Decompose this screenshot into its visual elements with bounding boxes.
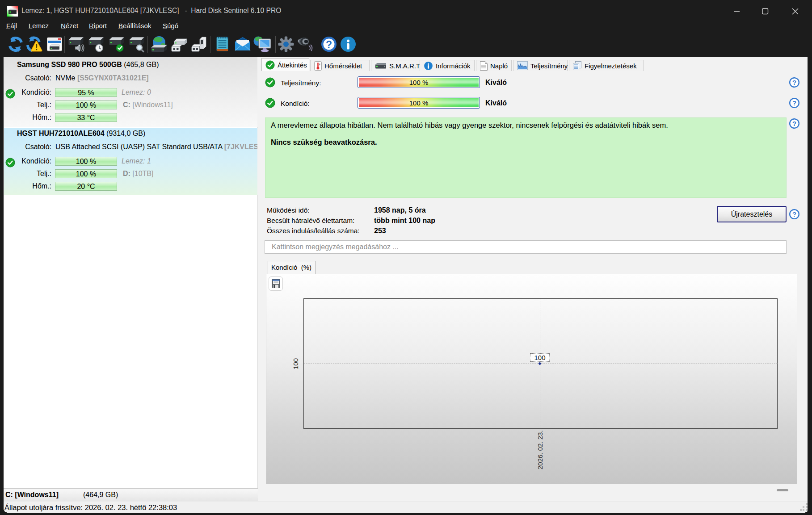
svg-text:?: ? <box>792 99 796 107</box>
svg-text:?: ? <box>792 120 796 127</box>
svg-text:?: ? <box>792 79 796 86</box>
svg-text:?: ? <box>792 210 796 218</box>
svg-text:?: ? <box>326 39 332 50</box>
